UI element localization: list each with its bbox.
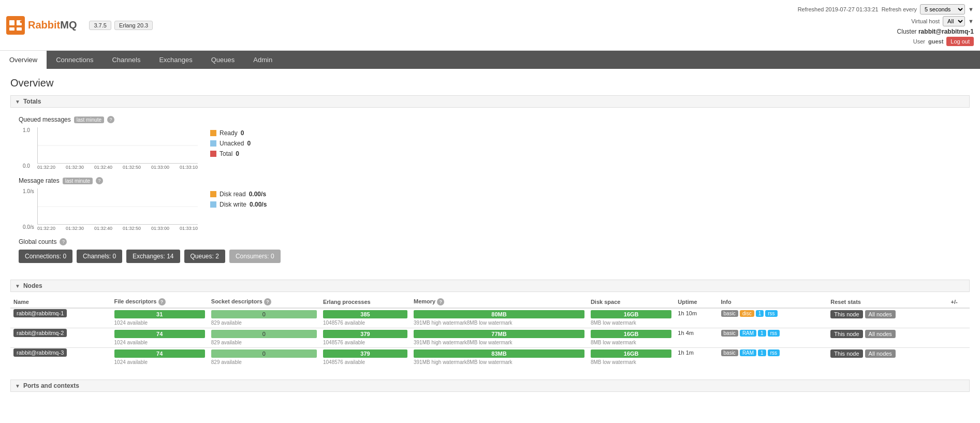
ready-label: Ready bbox=[220, 129, 238, 137]
node2-disk: 16GB bbox=[588, 328, 675, 340]
node1-name: rabbit@rabbitmq-1 bbox=[10, 308, 111, 320]
disk-write-label: Disk write bbox=[220, 201, 246, 208]
table-row: rabbit@rabbitmq-2 74 0 379 77MB 16GB 1h … bbox=[10, 328, 970, 340]
node2-erlang-proc: 379 bbox=[320, 328, 411, 340]
message-rates-label: Message rates last minute ? bbox=[19, 177, 970, 184]
logo-text: RabbitMQ bbox=[28, 19, 77, 31]
unacked-legend-item: Unacked 0 bbox=[210, 140, 251, 147]
node2-file-desc: 74 bbox=[111, 328, 208, 340]
tag-rss[interactable]: rss bbox=[765, 310, 777, 317]
this-node-button[interactable]: This node bbox=[830, 349, 862, 358]
nav-channels[interactable]: Channels bbox=[103, 51, 150, 69]
logout-button[interactable]: Log out bbox=[946, 37, 974, 46]
nav-admin[interactable]: Admin bbox=[244, 51, 282, 69]
this-node-button[interactable]: This node bbox=[830, 310, 862, 318]
table-row: 1024 available 829 available 1048576 ava… bbox=[10, 320, 970, 328]
nodes-section-header[interactable]: ▼ Nodes bbox=[10, 280, 970, 292]
queued-help-icon[interactable]: ? bbox=[107, 116, 114, 123]
node1-uptime: 1h 10m bbox=[675, 308, 718, 320]
col-info: Info bbox=[718, 296, 828, 308]
node3-socket-desc: 0 bbox=[208, 348, 320, 360]
col-reset: Reset stats bbox=[827, 296, 947, 308]
disk-write-dot bbox=[210, 201, 216, 208]
queued-chart-svg bbox=[38, 127, 198, 164]
all-nodes-button[interactable]: All nodes bbox=[865, 349, 896, 358]
queues-badge[interactable]: Queues: 2 bbox=[184, 250, 225, 263]
tag-rss[interactable]: rss bbox=[768, 349, 780, 356]
tag-ram[interactable]: RAM bbox=[740, 330, 756, 337]
node1-file-avail: 1024 available bbox=[111, 320, 208, 328]
global-counts-help-icon[interactable]: ? bbox=[60, 238, 67, 245]
node2-info: basic RAM 1 rss bbox=[718, 328, 828, 340]
node3-reset-stats: This node All nodes bbox=[827, 348, 947, 360]
node1-reset-stats: This node All nodes bbox=[827, 308, 947, 320]
node2-socket-desc: 0 bbox=[208, 328, 320, 340]
svg-rect-1 bbox=[9, 20, 14, 25]
total-dot bbox=[210, 151, 216, 157]
disk-read-dot bbox=[210, 191, 216, 197]
rates-legend: Disk read 0.00/s Disk write 0.00/s bbox=[210, 188, 267, 208]
logo: RabbitMQ bbox=[6, 16, 77, 35]
refresh-select[interactable]: 5 seconds 10 seconds 30 seconds 60 secon… bbox=[920, 4, 965, 14]
nav-exchanges[interactable]: Exchanges bbox=[150, 51, 201, 69]
rates-help-icon[interactable]: ? bbox=[96, 177, 103, 184]
tag-num[interactable]: 1 bbox=[758, 330, 766, 337]
node2-socket-avail: 829 available bbox=[208, 340, 320, 348]
tag-num[interactable]: 1 bbox=[756, 310, 764, 317]
disk-read-legend-item: Disk read 0.00/s bbox=[210, 191, 267, 198]
nav-overview[interactable]: Overview bbox=[0, 51, 47, 69]
rates-chart-canvas bbox=[37, 188, 198, 225]
ports-section-header[interactable]: ▼ Ports and contexts bbox=[10, 380, 970, 392]
node3-socket-avail: 829 available bbox=[208, 359, 320, 367]
node3-file-avail: 1024 available bbox=[111, 359, 208, 367]
logo-icon bbox=[6, 16, 25, 35]
node3-disk: 16GB bbox=[588, 348, 675, 360]
tag-basic[interactable]: basic bbox=[721, 310, 738, 317]
ports-section: ▼ Ports and contexts bbox=[10, 380, 970, 392]
node2-memory: 77MB bbox=[411, 328, 588, 340]
node1-socket-avail: 829 available bbox=[208, 320, 320, 328]
all-nodes-button[interactable]: All nodes bbox=[865, 310, 896, 318]
col-name: Name bbox=[10, 296, 111, 308]
totals-section-header[interactable]: ▼ Totals bbox=[10, 95, 970, 108]
rates-period-badge[interactable]: last minute bbox=[63, 178, 93, 184]
rates-y-labels: 1.0/s 0.0/s bbox=[23, 188, 34, 230]
header: RabbitMQ 3.7.5 Erlang 20.3 Refreshed 201… bbox=[0, 0, 980, 51]
tag-ram[interactable]: RAM bbox=[740, 349, 756, 356]
exchanges-badge[interactable]: Exchanges: 14 bbox=[126, 250, 180, 263]
unacked-label: Unacked bbox=[220, 140, 244, 147]
tag-num[interactable]: 1 bbox=[758, 349, 766, 356]
ports-arrow: ▼ bbox=[15, 383, 20, 389]
disk-read-value: 0.00/s bbox=[249, 191, 266, 198]
this-node-button[interactable]: This node bbox=[830, 330, 862, 338]
page-title: Overview bbox=[10, 77, 970, 89]
node1-disk-sub: 8MB low watermark bbox=[588, 320, 675, 328]
connections-badge[interactable]: Connections: 0 bbox=[19, 250, 72, 263]
channels-badge[interactable]: Channels: 0 bbox=[77, 250, 122, 263]
node3-memory: 83MB bbox=[411, 348, 588, 360]
queued-period-badge[interactable]: last minute bbox=[74, 116, 104, 123]
col-socket-desc: Socket descriptors ? bbox=[208, 296, 320, 308]
queued-messages-label: Queued messages last minute ? bbox=[19, 116, 970, 123]
node2-memory-sub: 391MB high watermark8MB low watermark bbox=[411, 340, 588, 348]
col-uptime: Uptime bbox=[675, 296, 718, 308]
tag-basic[interactable]: basic bbox=[721, 330, 738, 337]
vhost-select[interactable]: All bbox=[943, 16, 965, 26]
tag-basic[interactable]: basic bbox=[721, 349, 738, 356]
ready-value: 0 bbox=[241, 129, 244, 137]
svg-rect-3 bbox=[9, 27, 14, 31]
nav-queues[interactable]: Queues bbox=[202, 51, 244, 69]
tag-rss[interactable]: rss bbox=[768, 330, 780, 337]
node2-name: rabbit@rabbitmq-2 bbox=[10, 328, 111, 340]
all-nodes-button[interactable]: All nodes bbox=[865, 330, 896, 338]
queued-chart-canvas bbox=[37, 127, 198, 164]
tag-disc[interactable]: disc bbox=[740, 310, 754, 317]
refreshed-at-label: Refreshed 2019-07-27 01:33:21 bbox=[798, 6, 879, 12]
cluster-name: rabbit@rabbitmq-1 bbox=[918, 28, 974, 35]
col-plusminus[interactable]: +/- bbox=[947, 296, 970, 308]
queued-legend: Ready 0 Unacked 0 Total 0 bbox=[210, 127, 251, 157]
node3-file-desc: 74 bbox=[111, 348, 208, 360]
node1-memory: 80MB bbox=[411, 308, 588, 320]
nav-connections[interactable]: Connections bbox=[47, 51, 103, 69]
ready-legend-item: Ready 0 bbox=[210, 129, 251, 137]
